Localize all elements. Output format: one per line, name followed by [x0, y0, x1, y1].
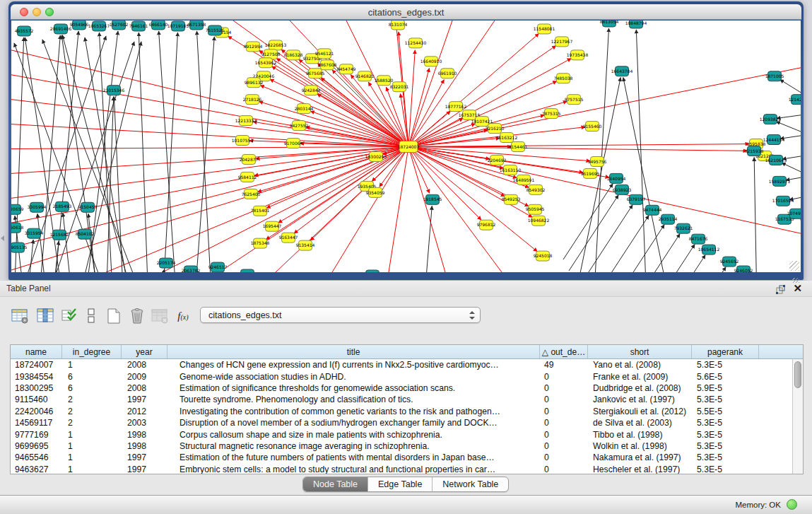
float-panel-icon[interactable]: [776, 284, 785, 297]
graph-node-label: 9245652: [720, 259, 739, 264]
column-header-year[interactable]: year: [122, 345, 167, 358]
edge[interactable]: [99, 33, 113, 272]
column-header-name[interactable]: name: [11, 345, 62, 358]
edge[interactable]: [636, 30, 647, 272]
graph-node-label: 1875348: [251, 240, 270, 245]
table-row[interactable]: 977716911998Corpus callosum shape and si…: [11, 428, 792, 440]
window-resize-grip[interactable]: [789, 261, 799, 271]
edge[interactable]: [11, 146, 408, 148]
window-title: citations_edges.txt: [11, 7, 801, 18]
function-builder-icon[interactable]: f(x): [172, 305, 194, 327]
column-header-pagerank[interactable]: pagerank: [692, 345, 759, 358]
graph-node-label: 9546121: [315, 51, 334, 56]
memory-ok-indicator-icon[interactable]: [787, 499, 797, 510]
edge[interactable]: [11, 146, 408, 173]
graph-node-label: 9245174: [238, 271, 257, 272]
table-panel-titlebar: Table Panel ✕: [0, 281, 812, 297]
scrollbar-thumb[interactable]: [794, 361, 801, 388]
edge[interactable]: [389, 146, 408, 272]
graph-node-label: 1588520: [375, 78, 394, 83]
edge[interactable]: [159, 31, 177, 272]
network-window-titlebar[interactable]: citations_edges.txt: [11, 4, 801, 20]
table-row[interactable]: 2242004622012Investigating the contribut…: [11, 406, 792, 417]
edge[interactable]: [408, 80, 444, 147]
edge[interactable]: [754, 157, 757, 272]
edge[interactable]: [163, 146, 408, 272]
citation-network-graph[interactable]: 1872400789129541822685391275088186328932…: [11, 21, 801, 272]
close-panel-icon[interactable]: ✕: [793, 282, 802, 295]
graph-node-label: 10107553: [232, 138, 254, 143]
node-layer[interactable]: 1872400789129541822685391275088186328932…: [11, 21, 801, 272]
table-row[interactable]: 1456911722003Disruption of a novel membe…: [11, 417, 792, 428]
edge[interactable]: [782, 163, 801, 177]
column-header-out_degree[interactable]: △ out_de…: [540, 345, 588, 358]
cell-pagerank: 5.3E-5: [692, 452, 759, 462]
graph-node-label: 8504102: [76, 231, 95, 236]
edge[interactable]: [63, 213, 73, 272]
table-row[interactable]: 946554611997Estimation of the future num…: [11, 452, 792, 463]
edge[interactable]: [594, 28, 609, 272]
column-header-in_degree[interactable]: in_degree: [62, 345, 122, 358]
edge[interactable]: [254, 146, 408, 175]
column-header-title[interactable]: title: [167, 345, 540, 358]
edge[interactable]: [163, 33, 177, 272]
tab-node-table[interactable]: Node Table: [303, 477, 367, 491]
table-row[interactable]: 911546021997Tourette syndrome. Phenomeno…: [11, 394, 792, 405]
edge[interactable]: [408, 146, 430, 193]
edge[interactable]: [194, 37, 214, 272]
edge[interactable]: [424, 206, 432, 272]
node-table: namein_degreeyeartitle△ out_de…shortpage…: [10, 344, 804, 474]
select-columns-icon[interactable]: [35, 305, 57, 327]
edge[interactable]: [294, 146, 408, 233]
cell-year: 1997: [122, 395, 167, 404]
table-vertical-scrollbar[interactable]: [792, 359, 803, 474]
edge[interactable]: [656, 255, 705, 272]
edge[interactable]: [676, 267, 726, 272]
table-row[interactable]: 1872400712008Changes of HCN gene express…: [11, 359, 792, 370]
edge[interactable]: [583, 205, 632, 272]
graph-node-label: 2935114: [659, 216, 678, 221]
edge[interactable]: [630, 234, 680, 272]
table-row[interactable]: 969969511998Structural magnetic resonanc…: [11, 440, 792, 452]
edge[interactable]: [11, 146, 408, 247]
table-tabs: Node TableEdge TableNetwork Table: [302, 477, 509, 492]
column-checkmarks-icon[interactable]: [59, 305, 81, 327]
row-options-icon[interactable]: [81, 305, 102, 327]
table-panel-title: Table Panel: [6, 284, 51, 293]
cell-year: 1998: [122, 441, 167, 451]
cell-short: Hescheler et al. (1997): [588, 465, 692, 474]
column-header-short[interactable]: short: [588, 345, 692, 358]
tab-network-table[interactable]: Network Table: [432, 477, 508, 491]
tab-edge-table[interactable]: Edge Table: [367, 477, 432, 491]
graph-node-label: 12093822: [760, 117, 782, 122]
edge[interactable]: [139, 33, 148, 272]
edge[interactable]: [62, 35, 134, 272]
cell-short: Tibbo et al. (1998): [588, 430, 692, 440]
edge[interactable]: [776, 122, 801, 136]
delete-column-icon[interactable]: [126, 305, 148, 327]
table-row[interactable]: 1830029562008Estimation of significance …: [11, 382, 792, 394]
graph-node-label: 7625400: [242, 192, 261, 197]
edge[interactable]: [14, 37, 24, 272]
edge[interactable]: [408, 146, 747, 151]
graph-node-label: 8757515: [565, 97, 584, 102]
edge[interactable]: [278, 146, 408, 223]
graph-node-label: 3216210: [486, 126, 505, 131]
edge[interactable]: [563, 184, 613, 259]
edge[interactable]: [408, 50, 415, 147]
table-row[interactable]: 1938455462009Genome-wide association stu…: [11, 370, 792, 382]
table-mode-icon[interactable]: [10, 305, 31, 327]
edge[interactable]: [623, 78, 670, 272]
edge[interactable]: [408, 144, 749, 147]
table-selector-dropdown[interactable]: citations_edges.txt: [200, 307, 481, 323]
graph-node-label: 9796812: [477, 222, 496, 227]
graph-node-label: 1215682: [50, 232, 69, 237]
create-column-icon[interactable]: [103, 305, 124, 327]
network-canvas[interactable]: 1872400789129541822685391275088186328932…: [11, 21, 801, 272]
edge[interactable]: [332, 146, 408, 272]
graph-node-label: 9474444: [643, 207, 662, 212]
edge[interactable]: [615, 225, 664, 272]
sidebar-collapse-arrow-icon[interactable]: [1, 235, 4, 241]
edge[interactable]: [408, 146, 502, 272]
table-row[interactable]: 946362711997Embryonic stem cells: a mode…: [11, 464, 792, 474]
